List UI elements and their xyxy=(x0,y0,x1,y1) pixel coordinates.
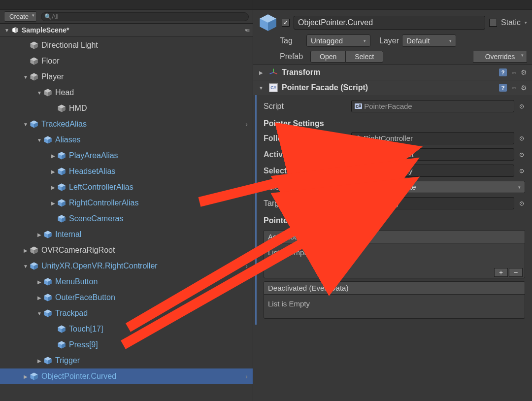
hierarchy-row[interactable]: OVRCameraRigRoot xyxy=(0,242,253,258)
hierarchy-row[interactable]: SceneCameras xyxy=(0,211,253,227)
hierarchy-row[interactable]: Internal xyxy=(0,227,253,242)
foldout-toggle[interactable] xyxy=(36,311,42,316)
foldout-toggle[interactable] xyxy=(23,374,29,379)
object-picker-icon[interactable]: ⊙ xyxy=(518,135,525,142)
help-icon[interactable]: ? xyxy=(499,84,507,92)
tag-dropdown[interactable]: Untagged xyxy=(306,34,370,47)
object-picker-icon[interactable]: ⊙ xyxy=(518,151,525,158)
hierarchy-item-label: Player xyxy=(41,72,64,81)
hierarchy-row[interactable]: Press[9] xyxy=(0,337,253,353)
hierarchy-item-label: UnityXR.OpenVR.RightController xyxy=(41,262,158,270)
static-label: Static xyxy=(501,18,521,27)
left-tab-strip xyxy=(0,0,253,10)
foldout-toggle[interactable] xyxy=(23,264,29,269)
prefab-overrides-button[interactable]: Overrides xyxy=(473,51,527,63)
inspector-panel: ✓ ObjectPointer.Curved Static ▾ Tag Unta… xyxy=(253,0,532,401)
hierarchy-row[interactable]: TrackedAlias› xyxy=(0,116,253,132)
foldout-toggle[interactable] xyxy=(50,185,56,190)
hierarchy-row[interactable]: LeftControllerAlias xyxy=(0,179,253,195)
hierarchy-row[interactable]: Floor xyxy=(0,53,253,69)
foldout-toggle[interactable] xyxy=(36,358,42,364)
hierarchy-row[interactable]: PlayAreaAlias xyxy=(0,148,253,164)
scene-foldout[interactable] xyxy=(4,28,10,33)
hierarchy-row[interactable]: Touch[17] xyxy=(0,321,253,337)
gear-icon[interactable]: ⚙ xyxy=(521,84,527,92)
deactivated-event: Deactivated (EventData) List is Empty xyxy=(264,281,525,319)
hierarchy-row[interactable]: OuterFaceButton xyxy=(0,290,253,305)
transform-foldout[interactable] xyxy=(258,70,264,75)
prefab-open-button[interactable]: Open xyxy=(310,51,346,63)
hierarchy-item-label: PlayAreaAlias xyxy=(69,151,118,160)
target-validity-field[interactable]: None (I Rule) xyxy=(351,197,514,209)
pointer-facade-foldout[interactable] xyxy=(258,85,264,91)
foldout-toggle[interactable] xyxy=(50,153,56,159)
prefab-open-arrow-icon[interactable]: › xyxy=(245,262,248,270)
static-checkbox[interactable] xyxy=(489,19,497,27)
transform-header[interactable]: Transform ? ⎓ ⚙ xyxy=(253,65,532,80)
foldout-toggle[interactable] xyxy=(23,122,29,127)
foldout-toggle[interactable] xyxy=(50,200,56,206)
hierarchy-row[interactable]: Aliases xyxy=(0,132,253,148)
hierarchy-item-label: TrackedAlias xyxy=(41,120,87,129)
hierarchy-row[interactable]: Player xyxy=(0,69,253,85)
layer-label: Layer xyxy=(379,36,399,45)
hierarchy-row[interactable]: UnityXR.OpenVR.RightController› xyxy=(0,258,253,274)
enabled-checkbox[interactable]: ✓ xyxy=(282,19,290,27)
prefab-cube-icon xyxy=(43,277,52,286)
transform-axes-icon xyxy=(269,68,278,77)
foldout-toggle[interactable] xyxy=(36,137,42,143)
gear-icon[interactable]: ⚙ xyxy=(521,68,527,76)
prefab-open-arrow-icon[interactable]: › xyxy=(245,372,248,380)
follow-source-field[interactable]: RightController xyxy=(351,132,514,144)
cs-badge-icon: c# xyxy=(355,103,362,109)
add-listener-button[interactable]: + xyxy=(494,268,508,277)
activation-action-field[interactable]: c# Touch[17] (Unit xyxy=(351,148,514,161)
activation-action-label: Activation Action xyxy=(264,150,347,159)
search-icon: 🔍 xyxy=(44,13,52,20)
hierarchy-row[interactable]: RightControllerAlias xyxy=(0,195,253,211)
hierarchy-row[interactable]: HMD xyxy=(0,100,253,116)
scene-header[interactable]: SampleScene* ▾≡ xyxy=(0,24,253,36)
prefab-open-arrow-icon[interactable]: › xyxy=(245,120,248,128)
object-picker-icon[interactable]: ⊙ xyxy=(518,167,525,174)
panel-menu-icon[interactable]: ▾≡ xyxy=(245,27,249,33)
gameobject-cube-icon xyxy=(43,88,52,97)
layer-dropdown[interactable]: Default xyxy=(402,34,456,47)
object-picker-icon[interactable]: ⊙ xyxy=(518,200,525,207)
foldout-toggle[interactable] xyxy=(23,74,29,80)
hierarchy-row[interactable]: HeadsetAlias xyxy=(0,164,253,179)
create-button[interactable]: Create xyxy=(4,11,37,22)
hierarchy-row[interactable]: ObjectPointer.Curved› xyxy=(0,368,253,384)
object-name-field[interactable]: ObjectPointer.Curved xyxy=(294,16,485,30)
deactivated-event-header: Deactivated (EventData) xyxy=(264,282,525,295)
preset-icon[interactable]: ⎓ xyxy=(510,68,518,76)
pointer-facade-header[interactable]: C# Pointer Facade (Script) ? ⎓ ⚙ xyxy=(253,80,532,95)
object-picker-icon[interactable]: ⊙ xyxy=(518,103,525,110)
foldout-toggle[interactable] xyxy=(36,279,42,285)
hierarchy-row[interactable]: MenuButton xyxy=(0,274,253,290)
hierarchy-item-label: ObjectPointer.Curved xyxy=(41,372,116,381)
hierarchy-item-label: HMD xyxy=(69,104,87,113)
selection-action-label: Selection Action xyxy=(264,167,347,175)
prefab-cube-icon xyxy=(30,262,38,270)
hierarchy-row[interactable]: Trigger xyxy=(0,353,253,368)
remove-listener-button[interactable]: − xyxy=(509,268,523,277)
foldout-toggle[interactable] xyxy=(23,248,29,253)
preset-icon[interactable]: ⎓ xyxy=(510,84,518,92)
prefab-select-button[interactable]: Select xyxy=(346,51,383,63)
foldout-toggle[interactable] xyxy=(36,295,42,301)
selection-method-dropdown[interactable]: Select On Activate xyxy=(351,181,525,193)
static-dropdown-icon[interactable]: ▾ xyxy=(525,20,527,25)
hierarchy-row[interactable]: Trackpad xyxy=(0,305,253,321)
prefab-cube-icon xyxy=(43,230,52,239)
prefab-cube-icon xyxy=(57,340,66,349)
selection-action-field[interactable]: c# Press[9] (Unity xyxy=(351,165,514,177)
foldout-toggle[interactable] xyxy=(50,169,56,174)
hierarchy-item-label: OuterFaceButton xyxy=(55,293,115,302)
foldout-toggle[interactable] xyxy=(36,90,42,96)
help-icon[interactable]: ? xyxy=(499,68,507,76)
hierarchy-row[interactable]: Directional Light xyxy=(0,37,253,53)
foldout-toggle[interactable] xyxy=(36,232,42,237)
search-input[interactable]: 🔍 All xyxy=(41,12,249,21)
hierarchy-row[interactable]: Head xyxy=(0,85,253,100)
